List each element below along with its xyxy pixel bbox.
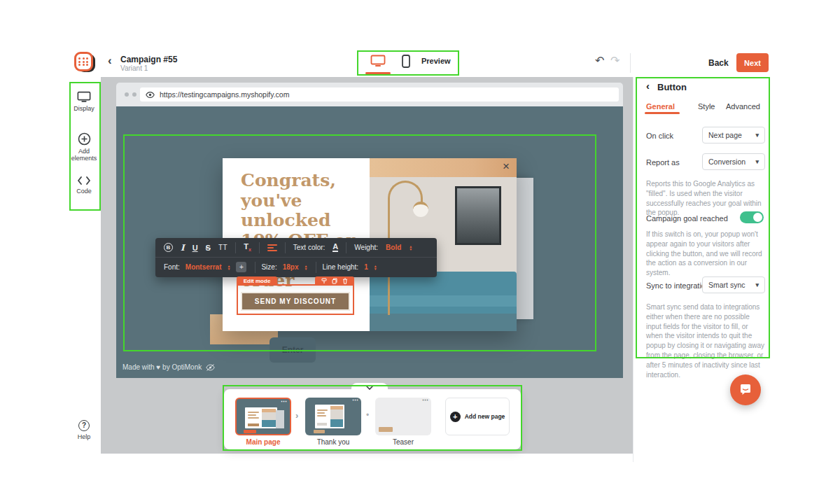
sidebar-item-display[interactable]: Display xyxy=(67,91,101,112)
uppercase-icon[interactable]: TT xyxy=(218,244,227,251)
tab-style[interactable]: Style xyxy=(698,102,715,111)
font-value[interactable]: Montserrat xyxy=(186,263,222,271)
photo-frame xyxy=(455,186,501,245)
report-as-value: Conversion xyxy=(708,158,746,166)
report-as-dropdown[interactable]: Conversion ▾ xyxy=(702,153,765,170)
window-dot xyxy=(132,92,136,97)
sidebar-item-add-elements[interactable]: Add elements xyxy=(67,132,101,162)
sidebar-item-label: Help xyxy=(67,433,101,440)
panel-title: Button xyxy=(657,82,687,92)
preview-label[interactable]: Preview xyxy=(421,57,451,65)
size-label: Size: xyxy=(261,263,276,271)
duplicate-icon[interactable] xyxy=(332,278,337,284)
bold-icon[interactable]: B xyxy=(164,243,173,252)
pages-panel: ⋯ Main page › ⋯ Thank you • ⋯ Teaser + A… xyxy=(224,389,521,449)
tab-advanced[interactable]: Advanced xyxy=(726,102,760,111)
text-format-toolbar: B I U S TT Tx Text color: A Weight: Bold… xyxy=(155,238,437,277)
sidebar-item-label: Code xyxy=(67,188,101,195)
thumb-mini-popup xyxy=(315,405,344,428)
photo-rug xyxy=(370,314,517,331)
align-icon[interactable] xyxy=(267,244,277,251)
next-button[interactable]: Next xyxy=(736,53,769,72)
browser-chrome-bar: https://testingcampaigns.myshopify.com xyxy=(116,83,623,106)
add-new-page-button[interactable]: + Add new page xyxy=(445,398,510,435)
thumb-mini-popup xyxy=(245,407,277,428)
mobile-preview-button[interactable] xyxy=(399,55,413,70)
window-dot xyxy=(125,92,129,97)
sync-value: Smart sync xyxy=(708,281,746,289)
tab-active-underline xyxy=(645,112,680,114)
tab-general[interactable]: General xyxy=(646,102,675,111)
sync-label: Sync to integration xyxy=(646,281,710,290)
optimonk-branding: Made with ♥ by OptiMonk xyxy=(122,363,215,371)
clear-format-icon[interactable]: Tx xyxy=(244,242,251,252)
line-height-value[interactable]: 1 xyxy=(364,263,368,271)
eye-slash-icon[interactable] xyxy=(206,364,215,371)
desktop-preview-button[interactable] xyxy=(365,55,391,70)
page-thumb-thank-you[interactable]: ⋯ xyxy=(305,398,361,435)
popup-close-icon[interactable]: × xyxy=(503,160,510,174)
page-label-teaser[interactable]: Teaser xyxy=(375,438,431,446)
underline-icon[interactable]: U xyxy=(192,244,198,252)
teaser-mini-element xyxy=(379,427,393,432)
size-value[interactable]: 18px xyxy=(283,263,299,271)
back-button[interactable]: Back xyxy=(708,58,729,68)
photo-tan-strip xyxy=(370,158,517,177)
page-menu-icon[interactable]: ⋯ xyxy=(352,398,358,403)
size-stepper[interactable]: ▲▼ xyxy=(304,265,307,270)
sidebar-item-help[interactable]: ? Help xyxy=(67,418,101,440)
page-label-main[interactable]: Main page xyxy=(235,438,291,446)
redo-button[interactable]: ↷ xyxy=(610,54,620,67)
toolbar-divider xyxy=(316,262,316,273)
on-click-label: On click xyxy=(646,132,673,140)
sync-dropdown[interactable]: Smart sync ▾ xyxy=(702,276,765,293)
format-painter-icon[interactable] xyxy=(321,278,327,284)
app-logo[interactable] xyxy=(74,52,95,73)
weight-stepper[interactable]: ▲▼ xyxy=(409,245,412,251)
delete-icon[interactable] xyxy=(342,278,348,284)
toolbar-row-top: B I U S TT Tx Text color: A Weight: Bold… xyxy=(155,238,437,258)
toolbar-divider xyxy=(255,262,255,273)
page-menu-icon[interactable]: ⋯ xyxy=(281,398,287,405)
sidebar-item-label: Add elements xyxy=(69,148,99,162)
page-menu-icon[interactable]: ⋯ xyxy=(422,398,428,403)
branding-text: Made with ♥ by OptiMonk xyxy=(122,363,202,371)
add-page-label: Add new page xyxy=(465,413,505,420)
page-label-thank-you[interactable]: Thank you xyxy=(305,438,361,446)
desktop-icon xyxy=(370,55,386,67)
campaign-title: Campaign #55 xyxy=(120,55,177,64)
italic-icon[interactable]: I xyxy=(181,243,185,253)
toolbar-row-bottom: Font: Montserrat ▲▼ + Size: 18px ▲▼ Line… xyxy=(155,258,437,276)
photo-lamp-arc xyxy=(388,181,423,204)
header-back-chevron[interactable]: ‹ xyxy=(108,54,112,68)
chevron-down-icon: ▾ xyxy=(755,158,759,165)
send-discount-button[interactable]: SEND MY DISCOUNT xyxy=(241,292,350,311)
site-enter-button[interactable]: Enter xyxy=(270,337,316,363)
sidebar-item-code[interactable]: Code xyxy=(67,176,101,195)
pages-collapse-tab[interactable] xyxy=(351,383,388,393)
toolbar-divider xyxy=(346,242,346,253)
add-font-button[interactable]: + xyxy=(236,262,246,272)
undo-button[interactable]: ↶ xyxy=(595,54,604,67)
url-bar[interactable]: https://testingcampaigns.myshopify.com xyxy=(140,88,619,102)
font-stepper[interactable]: ▲▼ xyxy=(227,265,230,270)
page-thumb-teaser[interactable]: ⋯ xyxy=(375,398,431,435)
chevron-down-icon xyxy=(366,386,373,390)
thumb-mini-sheet xyxy=(276,410,284,428)
code-icon xyxy=(77,176,91,186)
panel-back-chevron[interactable]: ‹ xyxy=(646,80,650,92)
campaign-goal-toggle[interactable] xyxy=(740,211,764,223)
goal-help-text: If this switch is on, your popup won't a… xyxy=(646,230,766,278)
chat-launcher-button[interactable] xyxy=(730,374,761,405)
weight-value[interactable]: Bold xyxy=(386,244,401,251)
on-click-dropdown[interactable]: Next page ▾ xyxy=(702,127,765,144)
toolbar-divider xyxy=(285,242,286,253)
line-height-stepper[interactable]: ▲▼ xyxy=(374,265,377,270)
photo-sofa xyxy=(370,272,517,315)
header-divider xyxy=(630,53,631,73)
page-thumb-main[interactable]: ⋯ xyxy=(235,398,291,435)
on-click-value: Next page xyxy=(708,131,742,139)
strikethrough-icon[interactable]: S xyxy=(206,244,211,252)
text-color-picker[interactable]: A xyxy=(332,243,338,252)
chevron-down-icon: ▾ xyxy=(755,281,759,288)
